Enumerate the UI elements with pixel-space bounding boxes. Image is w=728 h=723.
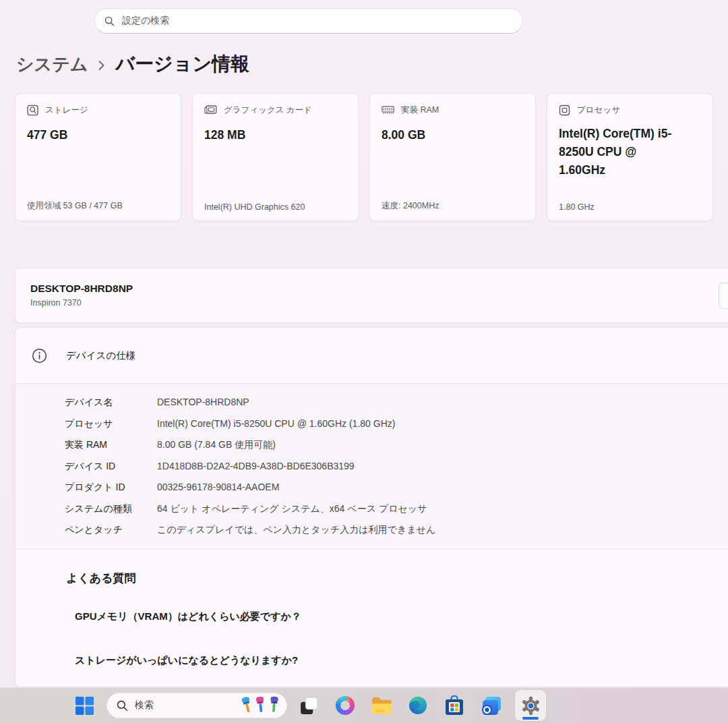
card-value: Intel(R) Core(TM) i5-8250U CPU @ 1.60GHz xyxy=(559,125,701,179)
edge-icon xyxy=(408,695,428,716)
edge-button[interactable] xyxy=(404,691,431,720)
cpu-icon xyxy=(559,105,570,116)
file-explorer-icon xyxy=(371,697,392,715)
taskbar-search-input[interactable]: 検索 xyxy=(107,693,287,718)
device-specs-header[interactable]: デバイスの仕様 xyxy=(16,328,728,384)
task-view-icon xyxy=(299,696,319,716)
settings-button-active[interactable] xyxy=(515,690,546,721)
card-label: グラフィックス カード xyxy=(224,105,312,116)
card-label: 実装 RAM xyxy=(401,105,439,116)
spec-row-ram: 実装 RAM 8.00 GB (7.84 GB 使用可能) xyxy=(65,434,728,456)
device-specs-title: デバイスの仕様 xyxy=(66,349,135,362)
card-label: プロセッサ xyxy=(577,105,620,116)
card-footer: 使用領域 53 GB / 477 GB xyxy=(27,200,173,212)
taskbar: 検索 xyxy=(0,687,728,723)
taskbar-search-placeholder: 検索 xyxy=(135,699,154,712)
faq-question-storage[interactable]: ストレージがいっぱいになるとどうなりますか? xyxy=(75,654,728,667)
file-explorer-button[interactable] xyxy=(368,691,395,720)
card-footer: 1.80 GHz xyxy=(559,202,704,212)
device-model: Inspiron 7370 xyxy=(30,298,82,308)
windows-logo-icon xyxy=(75,697,94,715)
ram-card[interactable]: 実装 RAM 8.00 GB 速度: 2400MHz xyxy=(369,93,536,221)
ram-icon xyxy=(382,106,394,115)
card-value: 128 MB xyxy=(204,126,346,144)
storage-icon xyxy=(27,105,38,116)
storage-card[interactable]: ストレージ 477 GB 使用領域 53 GB / 477 GB xyxy=(15,93,181,221)
faq-question-vram[interactable]: GPUメモリ（VRAM）はどれくらい必要ですか？ xyxy=(75,610,728,623)
rename-pc-button[interactable]: この PC の名前を変更 xyxy=(719,283,728,309)
device-specs-card: デバイスの仕様 デバイス名 DESKTOP-8HRD8NP プロセッサ Inte… xyxy=(15,327,728,687)
start-button[interactable] xyxy=(72,692,96,719)
microsoft-store-icon xyxy=(445,695,464,716)
settings-search-placeholder: 設定の検索 xyxy=(122,15,169,27)
faq-section: よくある質問 GPUメモリ（VRAM）はどれくらい必要ですか？ ストレージがいっ… xyxy=(16,571,728,667)
spec-row-processor: プロセッサ Intel(R) Core(TM) i5-8250U CPU @ 1… xyxy=(65,413,728,435)
card-value: 477 GB xyxy=(27,126,169,144)
breadcrumb: システム バージョン情報 xyxy=(16,49,249,80)
task-view-button[interactable] xyxy=(295,691,322,720)
search-icon xyxy=(117,700,128,712)
card-label: ストレージ xyxy=(45,105,88,116)
card-footer: 速度: 2400MHz xyxy=(382,200,527,212)
device-name: DESKTOP-8HRD8NP xyxy=(30,283,133,295)
graphics-card[interactable]: グラフィックス カード 128 MB Intel(R) UHD Graphics… xyxy=(192,93,359,221)
spec-row-system-type: システムの種類 64 ビット オペレーティング システム、x64 ベース プロセ… xyxy=(65,498,728,520)
info-icon xyxy=(32,348,47,364)
outlook-icon xyxy=(481,696,502,716)
search-highlights-brushes-icon xyxy=(239,695,281,716)
copilot-icon xyxy=(335,695,355,716)
search-icon xyxy=(104,16,115,26)
page-title: バージョン情報 xyxy=(115,51,249,77)
device-name-band: DESKTOP-8HRD8NP Inspiron 7370 この PC の名前を… xyxy=(15,268,728,323)
microsoft-store-button[interactable] xyxy=(441,691,468,720)
spec-row-pen-touch: ペンとタッチ このディスプレイでは、ペン入力とタッチ入力は利用できません xyxy=(65,519,728,541)
copilot-button[interactable] xyxy=(332,691,359,720)
card-footer: Intel(R) UHD Graphics 620 xyxy=(204,202,350,212)
summary-cards: ストレージ 477 GB 使用領域 53 GB / 477 GB グラフィックス… xyxy=(15,93,713,221)
spec-row-product-id: プロダクト ID 00325-96178-90814-AAOEM xyxy=(65,477,728,498)
active-app-indicator xyxy=(522,717,539,720)
settings-search-input[interactable]: 設定の検索 xyxy=(94,8,523,34)
settings-gear-icon xyxy=(520,695,541,716)
graphics-icon xyxy=(204,105,217,115)
breadcrumb-system[interactable]: システム xyxy=(16,53,88,76)
faq-title: よくある質問 xyxy=(66,571,728,586)
processor-card[interactable]: プロセッサ Intel(R) Core(TM) i5-8250U CPU @ 1… xyxy=(547,93,713,221)
chevron-right-icon xyxy=(98,59,105,71)
spec-row-device-id: デバイス ID 1D418D8B-D2A2-4DB9-A38D-BD6E306B… xyxy=(65,456,728,478)
spec-row-device-name: デバイス名 DESKTOP-8HRD8NP xyxy=(65,392,728,413)
card-value: 8.00 GB xyxy=(382,126,524,144)
device-specs-table: デバイス名 DESKTOP-8HRD8NP プロセッサ Intel(R) Cor… xyxy=(16,384,728,550)
outlook-button[interactable] xyxy=(477,691,504,720)
